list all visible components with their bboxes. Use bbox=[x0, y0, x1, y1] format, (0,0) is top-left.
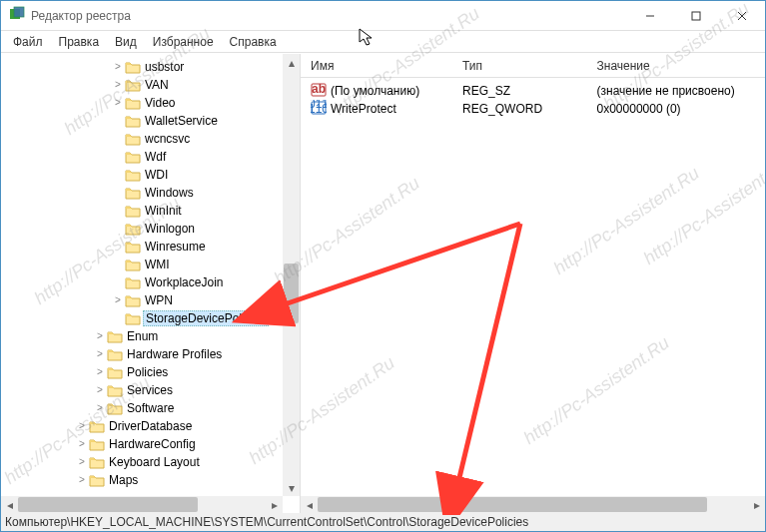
tree-node[interactable]: WalletService bbox=[1, 112, 283, 130]
folder-icon bbox=[125, 222, 141, 236]
menu-file[interactable]: Файл bbox=[5, 33, 51, 51]
folder-icon bbox=[89, 419, 105, 433]
title-bar: Редактор реестра bbox=[1, 1, 765, 31]
scroll-down-icon[interactable]: ▾ bbox=[283, 479, 300, 496]
tree-node-label: Windows bbox=[143, 186, 196, 200]
tree-node[interactable]: Winlogon bbox=[1, 220, 283, 238]
tree-node[interactable]: Windows bbox=[1, 184, 283, 202]
chevron-right-icon[interactable]: > bbox=[111, 80, 125, 90]
list-row[interactable]: ab(По умолчанию)REG_SZ(значение не присв… bbox=[301, 82, 765, 100]
scroll-left-icon[interactable]: ◂ bbox=[301, 496, 318, 513]
value-icon: ab bbox=[311, 82, 327, 101]
list-hscrollbar[interactable]: ◂ ▸ bbox=[301, 496, 765, 513]
tree-node[interactable]: >DriverDatabase bbox=[1, 417, 283, 435]
tree-node[interactable]: >Maps bbox=[1, 471, 283, 489]
folder-icon bbox=[125, 78, 141, 92]
window-title: Редактор реестра bbox=[31, 9, 131, 23]
tree-node[interactable]: >Enum bbox=[1, 327, 283, 345]
scroll-left-icon[interactable]: ◂ bbox=[1, 496, 18, 513]
folder-icon bbox=[107, 329, 123, 343]
tree-node[interactable]: StorageDevicePolicies bbox=[1, 309, 283, 327]
tree-node[interactable]: >WPN bbox=[1, 291, 283, 309]
scroll-right-icon[interactable]: ▸ bbox=[266, 496, 283, 513]
tree-hscroll-thumb[interactable] bbox=[18, 497, 198, 512]
list-view[interactable]: ab(По умолчанию)REG_SZ(значение не присв… bbox=[301, 78, 765, 122]
tree-node[interactable]: >Keyboard Layout bbox=[1, 453, 283, 471]
list-hscroll-thumb[interactable] bbox=[318, 497, 707, 512]
minimize-button[interactable] bbox=[627, 1, 673, 31]
chevron-right-icon[interactable]: > bbox=[111, 295, 125, 305]
tree-node[interactable]: >Policies bbox=[1, 363, 283, 381]
tree-node-label: usbstor bbox=[143, 60, 186, 74]
tree-node[interactable]: WorkplaceJoin bbox=[1, 273, 283, 291]
chevron-right-icon[interactable]: > bbox=[93, 349, 107, 359]
tree-node-label: Winresume bbox=[143, 240, 208, 254]
folder-icon bbox=[89, 455, 105, 469]
folder-icon bbox=[125, 204, 141, 218]
col-name[interactable]: Имя bbox=[301, 59, 452, 73]
tree-node-label: wcncsvc bbox=[143, 132, 192, 146]
list-row[interactable]: 011110WriteProtectREG_QWORD0x00000000 (0… bbox=[301, 100, 765, 118]
tree-node[interactable]: >Software bbox=[1, 399, 283, 417]
tree-node-label: WDI bbox=[143, 168, 170, 182]
folder-icon bbox=[125, 168, 141, 182]
tree-view[interactable]: >usbstor>VAN>VideoWalletServicewcncsvcWd… bbox=[1, 54, 283, 496]
chevron-right-icon[interactable]: > bbox=[93, 403, 107, 413]
tree-node-label: WPN bbox=[143, 293, 175, 307]
tree-node-label: DriverDatabase bbox=[107, 419, 194, 433]
tree-node[interactable]: >usbstor bbox=[1, 58, 283, 76]
chevron-right-icon[interactable]: > bbox=[75, 475, 89, 485]
tree-vscrollbar[interactable]: ▴ ▾ bbox=[283, 54, 300, 496]
tree-node[interactable]: >Hardware Profiles bbox=[1, 345, 283, 363]
tree-node-label: Software bbox=[125, 401, 176, 415]
list-pane: Имя Тип Значение ab(По умолчанию)REG_SZ(… bbox=[301, 54, 765, 513]
chevron-right-icon[interactable]: > bbox=[111, 98, 125, 108]
chevron-right-icon[interactable]: > bbox=[93, 385, 107, 395]
menu-edit[interactable]: Правка bbox=[51, 33, 108, 51]
tree-node[interactable]: Winresume bbox=[1, 238, 283, 256]
tree-hscrollbar[interactable]: ◂ ▸ bbox=[1, 496, 283, 513]
col-value[interactable]: Значение bbox=[587, 59, 765, 73]
tree-node-label: Maps bbox=[107, 473, 140, 487]
menu-favorites[interactable]: Избранное bbox=[145, 33, 222, 51]
cell-name: (По умолчанию) bbox=[331, 84, 419, 98]
tree-node[interactable]: WMI bbox=[1, 256, 283, 273]
folder-icon bbox=[107, 347, 123, 361]
col-type[interactable]: Тип bbox=[452, 59, 586, 73]
tree-node[interactable]: >HardwareConfig bbox=[1, 435, 283, 453]
tree-node-label: WalletService bbox=[143, 114, 220, 128]
chevron-right-icon[interactable]: > bbox=[75, 439, 89, 449]
tree-node[interactable]: wcncsvc bbox=[1, 130, 283, 148]
menu-help[interactable]: Справка bbox=[222, 33, 285, 51]
chevron-right-icon[interactable]: > bbox=[111, 62, 125, 72]
folder-icon bbox=[89, 473, 105, 487]
chevron-right-icon[interactable]: > bbox=[75, 457, 89, 467]
tree-node[interactable]: WinInit bbox=[1, 202, 283, 220]
tree-node-label: VAN bbox=[143, 78, 171, 92]
folder-icon bbox=[125, 60, 141, 74]
scroll-right-icon[interactable]: ▸ bbox=[748, 496, 765, 513]
folder-icon bbox=[125, 96, 141, 110]
folder-icon bbox=[125, 240, 141, 254]
tree-vscroll-thumb[interactable] bbox=[284, 264, 299, 323]
tree-node[interactable]: >Services bbox=[1, 381, 283, 399]
close-button[interactable] bbox=[719, 1, 765, 31]
tree-node-label: Keyboard Layout bbox=[107, 455, 202, 469]
tree-node[interactable]: WDI bbox=[1, 166, 283, 184]
chevron-right-icon[interactable]: > bbox=[93, 331, 107, 341]
cell-type: REG_SZ bbox=[462, 84, 510, 98]
maximize-button[interactable] bbox=[673, 1, 719, 31]
tree-node[interactable]: >Video bbox=[1, 94, 283, 112]
folder-icon bbox=[107, 383, 123, 397]
svg-text:ab: ab bbox=[312, 82, 326, 96]
menu-view[interactable]: Вид bbox=[107, 33, 145, 51]
folder-icon bbox=[125, 186, 141, 200]
scroll-up-icon[interactable]: ▴ bbox=[283, 54, 300, 71]
app-icon bbox=[9, 6, 25, 25]
folder-icon bbox=[125, 132, 141, 146]
chevron-right-icon[interactable]: > bbox=[75, 421, 89, 431]
tree-node-label: Services bbox=[125, 383, 175, 397]
tree-node[interactable]: Wdf bbox=[1, 148, 283, 166]
tree-node[interactable]: >VAN bbox=[1, 76, 283, 94]
chevron-right-icon[interactable]: > bbox=[93, 367, 107, 377]
